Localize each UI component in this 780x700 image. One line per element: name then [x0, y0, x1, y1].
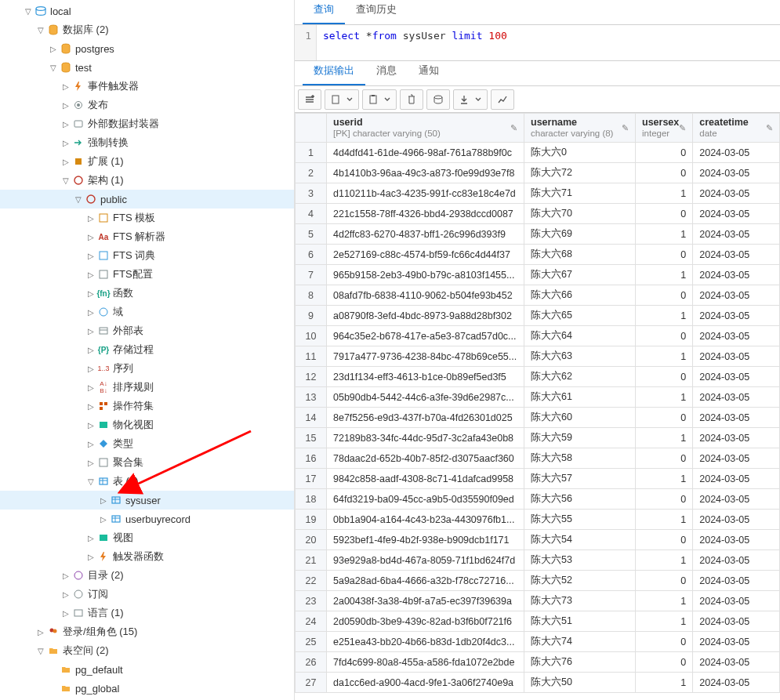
cell-username[interactable]: 陈大六72 — [524, 163, 636, 183]
cell-usersex[interactable]: 0 — [636, 489, 693, 510]
cell-createtime[interactable]: 2024-03-05 — [693, 285, 780, 306]
chevron-right-icon[interactable]: ▷ — [85, 270, 97, 279]
chevron-right-icon[interactable]: ▷ — [60, 101, 72, 110]
download-button[interactable] — [453, 89, 488, 110]
cell-username[interactable]: 陈大六0 — [524, 143, 636, 163]
login-roles-node[interactable]: ▷登录/组角色 (15) — [0, 622, 294, 641]
table-row[interactable]: 117917a477-9736-4238-84bc-478b69ce55...陈… — [296, 346, 780, 367]
chart-button[interactable] — [491, 89, 514, 110]
cell-username[interactable]: 陈大六52 — [524, 571, 636, 591]
add-row-button[interactable] — [298, 89, 321, 110]
chevron-down-icon[interactable]: ▽ — [34, 26, 47, 34]
cell-userid[interactable]: da1cc6ed-a900-4acd-9fe1-3a06f2740e9a — [327, 673, 524, 693]
cell-username[interactable]: 陈大六71 — [524, 183, 636, 204]
extensions-node[interactable]: ▷ 扩展 (1) — [0, 152, 294, 171]
cell-usersex[interactable]: 1 — [636, 346, 693, 367]
cell-username[interactable]: 陈大六66 — [524, 285, 636, 306]
cell-usersex[interactable]: 0 — [636, 448, 693, 469]
publications-node[interactable]: ▷ 发布 — [0, 96, 294, 114]
chevron-right-icon[interactable]: ▷ — [85, 383, 97, 392]
chevron-right-icon[interactable]: ▷ — [60, 571, 72, 580]
cell-userid[interactable]: 64fd3219-ba09-45cc-a9b5-0d35590f09ed — [327, 489, 524, 510]
cell-userid[interactable]: 4d2ffc83-6270-4837-bff1-26c996d393f9 — [327, 224, 524, 245]
delete-button[interactable] — [400, 89, 423, 110]
cell-userid[interactable]: 9842c858-aadf-4308-8c71-41dafcad9958 — [327, 469, 524, 489]
chevron-right-icon[interactable]: ▷ — [85, 421, 97, 430]
cell-usersex[interactable]: 1 — [636, 306, 693, 326]
cell-userid[interactable]: 7fd4c699-80a8-455a-a586-fda1072e2bde — [327, 652, 524, 673]
chevron-down-icon[interactable]: ▽ — [72, 195, 85, 204]
cell-userid[interactable]: 8e7f5256-e9d3-437f-b70a-4fd26301d025 — [327, 408, 524, 428]
sql-editor[interactable]: 1 select *from sysUser limit 100 — [295, 25, 780, 61]
cell-username[interactable]: 陈大六59 — [524, 428, 636, 448]
chevron-down-icon[interactable]: ▽ — [22, 7, 34, 16]
cell-username[interactable]: 陈大六73 — [524, 591, 636, 611]
cell-usersex[interactable]: 1 — [636, 591, 693, 611]
cell-usersex[interactable]: 1 — [636, 550, 693, 571]
chevron-right-icon[interactable]: ▷ — [85, 252, 97, 260]
cell-username[interactable]: 陈大六68 — [524, 245, 636, 265]
cell-username[interactable]: 陈大六56 — [524, 489, 636, 510]
cell-username[interactable]: 陈大六62 — [524, 367, 636, 387]
cell-userid[interactable]: 78daac2d-652b-40b7-85f2-d3075aacf360 — [327, 448, 524, 469]
cell-username[interactable]: 陈大六60 — [524, 408, 636, 428]
table-row[interactable]: 148e7f5256-e9d3-437f-b70a-4fd26301d025陈大… — [296, 408, 780, 428]
col-createtime[interactable]: createtimedate✎ — [693, 114, 780, 143]
fts-templates-node[interactable]: ▷FTS 模板 — [0, 209, 294, 227]
cell-userid[interactable]: 7917a477-9736-4238-84bc-478b69ce55... — [327, 346, 524, 367]
cell-createtime[interactable]: 2024-03-05 — [693, 611, 780, 632]
cell-createtime[interactable]: 2024-03-05 — [693, 591, 780, 611]
cell-username[interactable]: 陈大六70 — [524, 204, 636, 224]
chevron-down-icon[interactable]: ▽ — [34, 647, 47, 655]
domains-node[interactable]: ▷域 — [0, 303, 294, 321]
event-triggers-node[interactable]: ▷ 事件触发器 — [0, 77, 294, 96]
cell-username[interactable]: 陈大六74 — [524, 632, 636, 652]
cell-createtime[interactable]: 2024-03-05 — [693, 489, 780, 510]
table-row[interactable]: 1223d1f134-eff3-4613-b1ce-0b89ef5ed3f5陈大… — [296, 367, 780, 387]
cell-username[interactable]: 陈大六63 — [524, 346, 636, 367]
cell-usersex[interactable]: 1 — [636, 510, 693, 530]
cell-createtime[interactable]: 2024-03-05 — [693, 469, 780, 489]
table-row[interactable]: 1864fd3219-ba09-45cc-a9b5-0d35590f09ed陈大… — [296, 489, 780, 510]
cell-userid[interactable]: 2a00438f-3a38-4b9f-a7a5-ec397f39639a — [327, 591, 524, 611]
cell-userid[interactable]: 2e527169-c88c-4574-bf59-fc66c4d44f37 — [327, 245, 524, 265]
tables-node[interactable]: ▽表 (2) — [0, 472, 294, 491]
cell-usersex[interactable]: 1 — [636, 428, 693, 448]
table-row[interactable]: 2193e929a8-bd4d-467a-8059-71f1bd624f7d陈大… — [296, 550, 780, 571]
fts-dict-node[interactable]: ▷FTS 词典 — [0, 246, 294, 265]
table-row[interactable]: 4221c1558-78ff-4326-bbd4-2938dccd0087陈大六… — [296, 204, 780, 224]
cell-userid[interactable]: 4b1410b3-96aa-49c3-a873-f0e99d93e7f8 — [327, 163, 524, 183]
object-browser[interactable]: ▽ local ▽ 数据库 (2) ▷ postgres ▽ test ▷ 事件… — [0, 0, 295, 700]
cell-userid[interactable]: 5a9a28ad-6ba4-4666-a32b-f78cc72716... — [327, 571, 524, 591]
cell-usersex[interactable]: 0 — [636, 652, 693, 673]
chevron-right-icon[interactable]: ▷ — [60, 82, 72, 91]
chevron-right-icon[interactable]: ▷ — [85, 553, 97, 561]
cell-usersex[interactable]: 1 — [636, 183, 693, 204]
ts-pg-global-node[interactable]: pg_global — [0, 679, 294, 698]
chevron-down-icon[interactable]: ▽ — [85, 477, 97, 486]
chevron-right-icon[interactable]: ▷ — [85, 346, 97, 354]
tablespaces-node[interactable]: ▽表空间 (2) — [0, 641, 294, 660]
chevron-right-icon[interactable]: ▷ — [85, 327, 97, 335]
chevron-right-icon[interactable]: ▷ — [60, 120, 72, 129]
cell-usersex[interactable]: 1 — [636, 469, 693, 489]
cell-userid[interactable]: 2d0590db-3be9-439c-82ad-b3f6b0f721f6 — [327, 611, 524, 632]
chevron-right-icon[interactable]: ▷ — [85, 365, 97, 373]
fts-config-node[interactable]: ▷FTS配置 — [0, 265, 294, 284]
cell-username[interactable]: 陈大六55 — [524, 510, 636, 530]
views-node[interactable]: ▷视图 — [0, 528, 294, 547]
sql-code[interactable]: select *from sysUser limit 100 — [317, 25, 513, 60]
trigger-funcs-node[interactable]: ▷触发器函数 — [0, 547, 294, 566]
cell-usersex[interactable]: 1 — [636, 387, 693, 408]
chevron-right-icon[interactable]: ▷ — [47, 45, 60, 53]
catalogs-node[interactable]: ▷目录 (2) — [0, 566, 294, 585]
cell-username[interactable]: 陈大六67 — [524, 265, 636, 285]
cell-createtime[interactable]: 2024-03-05 — [693, 408, 780, 428]
cell-userid[interactable]: 4d4dfd41-61de-4966-98af-761a788b9f0c — [327, 143, 524, 163]
table-row[interactable]: 27da1cc6ed-a900-4acd-9fe1-3a06f2740e9a陈大… — [296, 673, 780, 693]
cell-usersex[interactable]: 0 — [636, 530, 693, 550]
table-row[interactable]: 3d110211b-4ac3-4235-991f-cc83e18c4e7d陈大六… — [296, 183, 780, 204]
table-row[interactable]: 14d4dfd41-61de-4966-98af-761a788b9f0c陈大六… — [296, 143, 780, 163]
cell-usersex[interactable]: 0 — [636, 632, 693, 652]
cell-createtime[interactable]: 2024-03-05 — [693, 265, 780, 285]
